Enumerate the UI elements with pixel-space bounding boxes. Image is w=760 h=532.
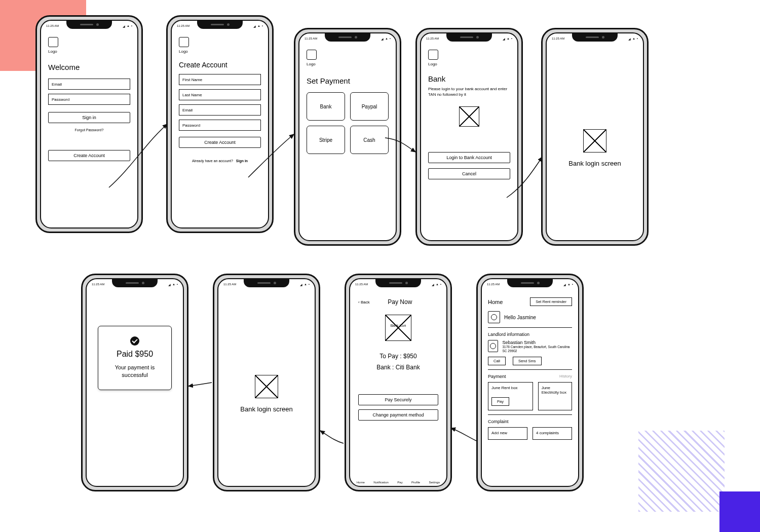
phone-notch [197, 20, 243, 29]
bank-login-label: Bank login screen [568, 160, 621, 167]
logo-placeholder [48, 37, 58, 47]
change-payment-button[interactable]: Change payment method [358, 409, 438, 421]
already-text: Already have an account? [192, 159, 233, 163]
lastname-field[interactable]: Last Name [179, 89, 261, 100]
payment-option-bank[interactable]: Bank [307, 92, 345, 121]
phone-notch [446, 32, 492, 42]
signin-button[interactable]: Sign in [48, 112, 130, 123]
electricity-box: June Electricity box [538, 382, 572, 410]
payment-section-title: Payment [488, 374, 506, 379]
landlord-name: Sebastian Smith [502, 340, 572, 345]
paid-amount: Paid $950 [103, 350, 166, 359]
complaints-count-box[interactable]: 4 complaints [533, 427, 572, 440]
page-title: Welcome [48, 63, 130, 71]
rent-box: June Rent box Pay [488, 382, 533, 410]
call-button[interactable]: Call [488, 357, 506, 365]
cancel-button[interactable]: Cancel [428, 168, 510, 179]
password-field[interactable]: Password [48, 94, 130, 105]
image-placeholder-icon [583, 129, 606, 153]
check-circle-icon [130, 336, 139, 346]
history-link[interactable]: History [559, 374, 572, 378]
page-title: Create Account [179, 61, 261, 69]
phone-notch [112, 278, 158, 287]
payment-option-paypal[interactable]: Paypal [350, 92, 389, 121]
tab-notification[interactable]: Notification [373, 481, 389, 484]
phone-notch [244, 278, 289, 287]
send-sms-button[interactable]: Send Sms [513, 357, 542, 365]
phone-set-payment: 11:25 AM◢▲▪ Logo Set Payment Bank Paypal… [294, 28, 401, 246]
electricity-box-label: June Electricity box [542, 386, 568, 395]
phone-bank-login-1: 11:25 AM◢▲▪ Bank login screen [541, 28, 649, 246]
bank-icon-label: Bank icon [358, 324, 438, 327]
phone-welcome: 11:25 AM ◢▲▪ Logo Welcome Email Password… [35, 15, 143, 233]
page-title: Set Payment [307, 77, 389, 85]
signin-link[interactable]: Sign in [236, 159, 248, 163]
email-field[interactable]: Email [48, 79, 130, 90]
image-placeholder-icon [459, 106, 479, 127]
logo-placeholder [307, 50, 317, 60]
create-account-button[interactable]: Create Account [179, 137, 261, 148]
page-title: Pay Now [362, 298, 438, 306]
add-complaint-box[interactable]: Add new [488, 427, 527, 440]
logo-placeholder [179, 37, 189, 47]
payment-option-stripe[interactable]: Stripe [307, 126, 345, 154]
status-time: 11:25 AM [46, 24, 59, 27]
pay-button[interactable]: Pay [491, 397, 509, 406]
email-field[interactable]: Email [179, 104, 261, 116]
landlord-section-title: Landlord information [488, 332, 572, 337]
firstname-field[interactable]: First Name [179, 74, 261, 85]
page-title: Bank [428, 74, 510, 83]
image-placeholder-icon [255, 375, 278, 398]
landlord-address: 3178 Camden place, Beaufort, South Carol… [502, 345, 572, 354]
create-account-button[interactable]: Create Account [48, 150, 130, 161]
user-avatar-icon [488, 311, 500, 323]
phone-notch [325, 32, 370, 42]
set-reminder-button[interactable]: Set Rent reminder [530, 297, 572, 306]
logo-label: Logo [48, 49, 130, 54]
phone-notch [66, 20, 112, 29]
bank-icon-placeholder [385, 315, 411, 341]
tab-pay[interactable]: Pay [397, 481, 402, 484]
success-card: Paid $950 Your payment is successful [98, 326, 172, 390]
bank-login-label: Bank login screen [240, 405, 292, 413]
phone-pay-now: 11:25 AM◢▲▪ ‹ Back Pay Now Bank icon To … [345, 274, 452, 491]
tab-profile[interactable]: Profile [411, 481, 420, 484]
tab-settings[interactable]: Settings [429, 481, 440, 484]
phone-create-account: 11:25 AM◢▲▪ Logo Create Account First Na… [166, 15, 274, 233]
phone-paid: 11:25 AM◢▲▪ Paid $950 Your payment is su… [81, 274, 188, 491]
paid-message: Your payment is successful [103, 364, 166, 379]
tab-bar: Home Notification Pay Profile Settings [350, 481, 446, 484]
decorative-block-purple [719, 491, 760, 532]
phone-home: 11:25 AM◢▲▪ Home Set Rent reminder Hello… [476, 274, 584, 491]
phone-notch [572, 32, 618, 42]
phone-notch [375, 278, 421, 287]
login-bank-button[interactable]: Login to Bank Account [428, 152, 510, 163]
bank-name-label: Bank : Citi Bank [358, 364, 438, 371]
bank-description: Please login to your bank account and en… [428, 86, 510, 97]
password-field[interactable]: Password [179, 120, 261, 131]
logo-placeholder [428, 50, 438, 60]
complaint-section-title: Complaint [488, 419, 572, 424]
landlord-avatar-icon [488, 340, 498, 352]
canvas: 11:25 AM ◢▲▪ Logo Welcome Email Password… [0, 0, 760, 532]
greeting: Hello Jasmine [504, 315, 536, 320]
phone-bank: 11:25 AM◢▲▪ Logo Bank Please login to yo… [415, 28, 523, 246]
pay-securely-button[interactable]: Pay Securely [358, 394, 438, 405]
phone-bank-login-2: 11:25 AM◢▲▪ Bank login screen [213, 274, 320, 491]
tab-home[interactable]: Home [357, 481, 365, 484]
page-title: Home [488, 299, 503, 305]
to-pay-label: To Pay : $950 [358, 353, 438, 360]
payment-option-cash[interactable]: Cash [350, 126, 389, 154]
phone-notch [507, 278, 553, 287]
rent-box-label: June Rent box [491, 386, 529, 390]
forgot-password-link[interactable]: Forgot Password? [48, 128, 130, 132]
